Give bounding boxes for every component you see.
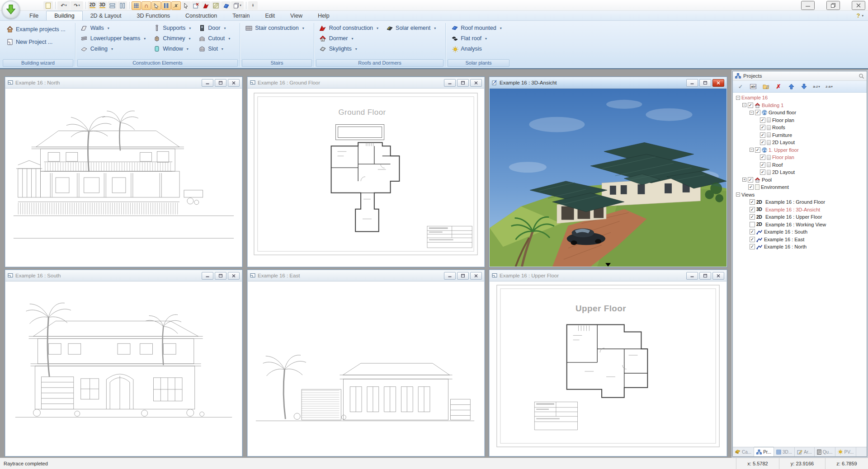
maximize-button[interactable] [457,79,469,87]
grid-snap-icon[interactable] [132,1,141,10]
skylights-button[interactable]: Skylights▾ [318,44,380,53]
checkbox[interactable]: ✓ [760,132,765,138]
duplicate-layers-icon[interactable]: ▾ [231,1,244,10]
tab-building[interactable]: Building [46,11,82,20]
checkbox[interactable]: ✓ [755,110,760,115]
dormer-button[interactable]: Dormer▾ [318,34,380,43]
maximize-button[interactable] [457,272,469,280]
view-3d-icon[interactable]: 3D [98,1,107,10]
tree-item-view-east[interactable]: ✓ Example 16 : East [734,236,867,244]
sort-descending-icon[interactable]: z-a▾ [825,83,834,91]
checkbox[interactable]: ✓ [750,207,755,212]
hatch-tool-icon[interactable] [211,1,221,10]
analysis-button[interactable]: Analysis [449,44,503,53]
checkbox[interactable]: ✓ [760,162,765,168]
window-upper-floor-titlebar[interactable]: Example 16 : Upper Floor [490,270,726,281]
checkbox[interactable]: ✓ [750,237,755,242]
window-3d-canvas[interactable] [490,89,726,267]
maximize-button[interactable] [699,272,711,280]
checkbox[interactable]: ✓ [750,244,755,249]
cutout-button[interactable]: Cutout▾ [197,34,231,43]
checkbox[interactable]: ✓ [760,140,765,145]
tree-item-view-north[interactable]: ✓ Example 16 : North [734,243,867,251]
tree-item-view-working-view[interactable]: 2D Example 16 : Working View [734,221,867,229]
tab-catalog[interactable]: Ca... [733,447,754,456]
window-north-titlebar[interactable]: Example 16 : North [5,77,242,89]
confirm-icon[interactable]: ✓ [736,83,745,91]
roof-mounted-button[interactable]: Roof mounted▾ [449,23,503,33]
pin-magnifier-icon[interactable] [859,73,864,79]
help-menu[interactable]: ? ▾ [857,12,863,20]
collapse-icon[interactable]: − [736,96,740,100]
collapse-icon[interactable]: − [736,192,740,197]
magnet-snap-icon[interactable]: ∩ [142,1,151,10]
tree-item-view-upper-floor[interactable]: ✓ 2D Example 16 : Upper Floor [734,213,867,221]
tab-view[interactable]: View [283,11,310,20]
lower-upper-beams-button[interactable]: Lower/upper beams▾ [79,34,147,43]
toolbar-overflow-icon[interactable]: ▾ [248,1,258,10]
door-button[interactable]: Door▾ [197,23,231,33]
minimize-button[interactable] [444,272,456,280]
tab-3d-objects[interactable]: 3D... [774,447,795,456]
checkbox[interactable]: ✓ [750,199,755,205]
minimize-button[interactable] [202,272,213,280]
angle-snap-icon[interactable] [171,1,181,10]
checkbox[interactable] [750,222,755,227]
solar-panel-tool-icon[interactable] [221,1,231,10]
window-upper-floor-canvas[interactable]: Upper Floor [490,281,726,456]
window-3d-titlebar[interactable]: Example 16 : 3D-Ansicht [490,77,726,89]
close-button[interactable] [470,79,482,87]
close-button[interactable] [228,79,240,87]
maximize-button[interactable] [699,79,711,87]
window-ground-floor-titlebar[interactable]: Example 16 : Ground Floor [248,77,484,89]
undo-icon[interactable]: ↶▾ [57,1,70,10]
tree-item-upper-floor[interactable]: − ✓ 1. Upper floor [734,146,867,154]
new-drawing-icon[interactable] [43,1,53,10]
checkbox[interactable]: ✓ [760,117,765,123]
window-ground-floor-canvas[interactable]: Ground Floor [248,89,484,267]
tree-item-floor-plan[interactable]: ✓ Floor plan [734,117,867,124]
tree-item-upper-roof[interactable]: ✓ Roof [734,161,867,169]
minimize-button[interactable] [686,272,698,280]
tree-item-example-16[interactable]: − Example 16 [734,94,867,102]
projects-panel-header[interactable]: Projects [733,71,867,81]
flat-roof-button[interactable]: Flat roof▾ [449,34,503,43]
close-elements-icon[interactable] [191,1,201,10]
tab-2d-layout[interactable]: 2D & Layout [83,11,129,20]
checkbox[interactable]: ✓ [760,155,765,160]
close-button[interactable] [228,272,240,280]
checkbox[interactable]: ✓ [750,229,755,234]
close-button[interactable] [712,79,724,87]
slot-button[interactable]: Slot▾ [197,44,231,53]
checkbox[interactable]: ✓ [748,184,754,190]
new-project-button[interactable]: New Project ... [5,38,67,47]
app-logo-icon[interactable] [2,0,20,19]
tree-item-furniture[interactable]: ✓ Furniture [734,131,867,139]
stair-construction-button[interactable]: Stair construction▾ [244,23,306,33]
tree-item-roofs[interactable]: ✓ Roofs [734,124,867,131]
tab-pv[interactable]: PV... [835,447,857,456]
checkbox[interactable]: ✓ [750,214,755,220]
walls-button[interactable]: Walls▾ [79,23,147,33]
delete-icon[interactable]: ✗ [774,83,783,91]
window-north-canvas[interactable] [5,89,242,267]
collapse-icon[interactable]: − [742,103,746,107]
tab-3d-functions[interactable]: 3D Functions [129,11,178,20]
close-button[interactable] [470,272,482,280]
move-up-icon[interactable] [787,83,796,91]
tree-item-environment[interactable]: ✓ Environment [734,183,867,191]
maximize-button[interactable] [215,79,226,87]
ceiling-button[interactable]: Ceiling▾ [79,44,147,53]
roof-tool-icon[interactable] [201,1,211,10]
pointer-icon[interactable] [181,1,191,10]
chimney-button[interactable]: Chimney▾ [151,34,192,43]
move-down-icon[interactable] [799,83,808,91]
window-south-canvas[interactable] [5,281,242,456]
tab-help[interactable]: Help [310,11,337,20]
edit-properties-icon[interactable] [761,83,770,91]
tree-item-pool[interactable]: + ✓ Pool [734,176,867,184]
tree-item-views[interactable]: − Views [734,191,867,199]
tab-construction[interactable]: Construction [178,11,225,20]
tab-edit[interactable]: Edit [258,11,283,20]
checkbox[interactable]: ✓ [760,169,765,175]
